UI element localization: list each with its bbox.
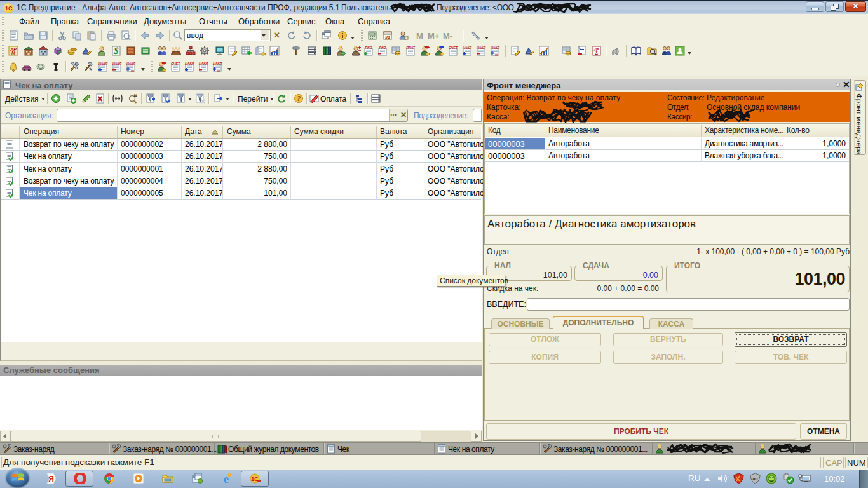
svg-text:Я: Я — [48, 475, 54, 484]
svg-text:an: an — [752, 477, 757, 481]
